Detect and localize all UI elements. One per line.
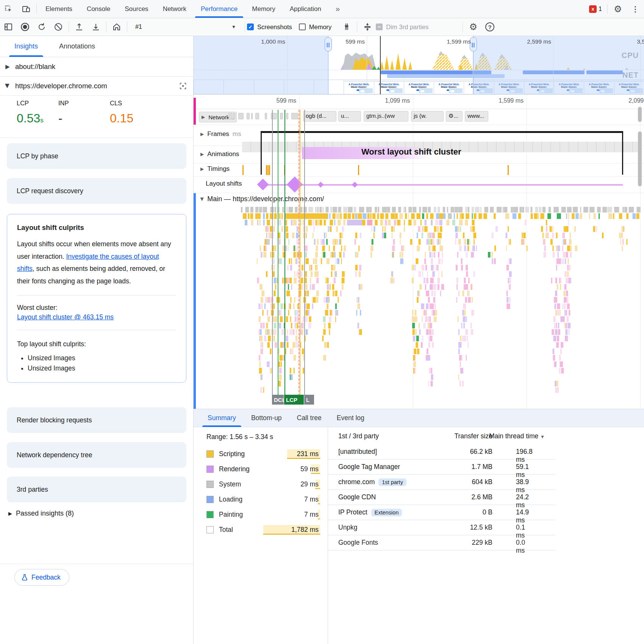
table-row[interactable]: [unattributed]66.2 kB196.8 ms (328, 444, 555, 460)
network-request-segment[interactable] (286, 113, 288, 119)
device-toolbar-icon[interactable] (17, 0, 35, 18)
insight-card-3rd-parties[interactable]: 3rd parties (7, 477, 186, 502)
network-request-segment[interactable] (291, 113, 298, 119)
inspect-element-icon[interactable] (0, 0, 17, 18)
load-profile-icon[interactable] (71, 19, 88, 34)
tab-console[interactable]: Console (80, 0, 117, 18)
details-tab-call-tree[interactable]: Call tree (289, 409, 329, 427)
screenshots-checkbox[interactable]: ✓ (247, 23, 254, 30)
feedback-button[interactable]: Feedback (14, 569, 69, 586)
grid-line (287, 36, 288, 95)
sidebar-tab-annotations[interactable]: Annotations (59, 36, 95, 57)
settings-gear-icon[interactable]: ⚙ (609, 0, 627, 18)
layout-shift-cluster-link[interactable]: Layout shift cluster @ 463.15 ms (17, 313, 114, 321)
triangle-down-icon: ▶ (200, 197, 205, 201)
layout-shift-diamond[interactable] (317, 181, 324, 188)
record-icon[interactable] (17, 19, 33, 34)
filmstrip-cell[interactable]: A Powerful Web.Made Easier. (434, 80, 464, 94)
network-request-chip[interactable]: u... (338, 111, 361, 122)
network-request-segment[interactable] (255, 113, 259, 119)
main-thread-track[interactable]: ▶ Main — https://developer.chrome.com/ (194, 193, 644, 207)
frame-row-developer-chrome[interactable]: ▶ https://developer.chrome.com (0, 77, 193, 96)
filmstrip-cell[interactable]: A Powerful Web.Made Easier. (374, 80, 404, 94)
tab-performance[interactable]: Performance (194, 0, 245, 18)
dim-3rd-parties-checkbox[interactable]: – (376, 23, 383, 30)
insight-card-lcp-request-discovery[interactable]: LCP request discovery (7, 178, 186, 204)
network-request-segment[interactable] (228, 113, 232, 119)
network-request-chip[interactable]: www... (465, 111, 488, 122)
layout-shift-diamond[interactable] (257, 178, 269, 190)
top-culprits-label: Top layout shift culprits: (17, 338, 176, 350)
legend-value: 59 ms (299, 464, 320, 474)
divider (357, 22, 357, 32)
details-tab-event-log[interactable]: Event log (329, 409, 372, 427)
scrollbar-thumb[interactable] (638, 131, 642, 186)
network-track[interactable]: ▶ Network .. ogb (d...u...gtm.js..(wwjs … (194, 109, 644, 125)
network-request-segment[interactable] (247, 113, 250, 119)
divider (69, 22, 69, 32)
tab-elements[interactable]: Elements (38, 0, 80, 18)
scan-frame-icon[interactable] (179, 82, 187, 90)
frame-row-about-blank[interactable]: ▶ about://blank (0, 57, 193, 77)
insight-card-network-dependency-tree[interactable]: Network dependency tree (7, 442, 186, 468)
main-thread-flame-chart[interactable] (194, 207, 644, 395)
column-header-party[interactable]: 1st / 3rd party (338, 432, 379, 440)
network-request-segment[interactable] (251, 113, 253, 119)
filmstrip-cell[interactable]: A Powerful Web.Made Easier. (344, 80, 374, 94)
collapse-flame-icon[interactable] (359, 19, 376, 34)
network-request-chip[interactable]: gtm.js..(ww (364, 111, 408, 122)
tab-application[interactable]: Application (283, 0, 328, 18)
network-request-segment[interactable] (280, 113, 283, 119)
clear-icon[interactable] (50, 19, 67, 34)
column-header-main-thread-time[interactable]: Main thread time ▼ (489, 432, 545, 440)
table-row[interactable]: Unpkg12.5 kB0.1 ms (328, 520, 555, 535)
column-header-transfer-size[interactable]: Transfer size (455, 432, 493, 440)
sidebar-tab-insights[interactable]: Insights (14, 36, 38, 57)
marker-chip-lcp[interactable]: LCP (284, 395, 304, 405)
network-request-segment[interactable] (265, 113, 267, 119)
network-request-chip[interactable]: ogb (d... (303, 111, 336, 122)
table-row[interactable]: IP ProtectExtension0 B14.9 ms (328, 505, 555, 520)
tab-network[interactable]: Network (156, 0, 194, 18)
passed-insights-toggle[interactable]: ▶ Passed insights (8) (8, 510, 74, 517)
help-icon[interactable]: ? (481, 19, 498, 34)
network-request-segment[interactable] (233, 113, 235, 119)
metric-inp: INP- (58, 100, 69, 125)
error-count-badge[interactable]: x 1 (585, 0, 606, 18)
network-request-chip[interactable]: ⚙... (446, 111, 463, 122)
layout-shift-diamond[interactable] (352, 181, 358, 188)
tab-memory[interactable]: Memory (245, 0, 282, 18)
scrollbar-thumb[interactable] (638, 107, 642, 122)
reload-and-record-icon[interactable] (33, 19, 50, 34)
network-request-segment[interactable] (238, 113, 244, 119)
marker-chip-l[interactable]: L (304, 395, 314, 405)
insight-card-lcp-by-phase[interactable]: LCP by phase (7, 143, 186, 169)
customize-menu-icon[interactable]: ⋮ (627, 0, 644, 18)
table-row[interactable]: chrome.com1st party604 kB38.9 ms (328, 475, 555, 490)
table-row[interactable]: Google Tag Manager1.7 MB59.1 ms (328, 460, 555, 475)
more-tabs-chevron[interactable]: » (328, 0, 347, 18)
main-thread-time-value: 0.0 ms (516, 539, 536, 555)
details-tab-bottom-up[interactable]: Bottom-up (244, 409, 289, 427)
insight-card-layout-shift-culprits[interactable]: Layout shift culprits Layout shifts occu… (7, 214, 186, 383)
table-row[interactable]: Google CDN2.6 MB24.2 ms (328, 490, 555, 505)
memory-checkbox[interactable] (299, 23, 306, 30)
marker-chip-dcl[interactable]: DCL (272, 395, 284, 405)
tab-sources[interactable]: Sources (117, 0, 155, 18)
network-request-chip[interactable]: js (w. (411, 111, 444, 122)
details-tab-summary[interactable]: Summary (200, 409, 244, 427)
home-icon[interactable] (108, 19, 125, 34)
history-select[interactable]: #1 ▼ (129, 23, 243, 30)
toggle-sidebar-icon[interactable] (0, 19, 17, 34)
timeline-overview: A Powerful Web.Made Easier.A Powerful We… (194, 36, 644, 95)
window-left-handle[interactable]: || (325, 37, 332, 52)
filmstrip-cell[interactable]: A Powerful Web.Made Easier. (404, 80, 434, 94)
layout-shifts-track[interactable]: Layout shifts (194, 177, 644, 193)
legend-value: 231 ms (295, 449, 320, 459)
table-row[interactable]: Google Fonts229 kB0.0 ms (328, 535, 555, 550)
capture-settings-gear-icon[interactable]: ⚙ (465, 19, 481, 34)
legend-value: 7 ms (303, 495, 320, 504)
save-profile-icon[interactable] (88, 19, 104, 34)
garbage-collect-icon[interactable] (338, 19, 355, 34)
insight-card-render-blocking[interactable]: Render blocking requests (7, 407, 186, 433)
